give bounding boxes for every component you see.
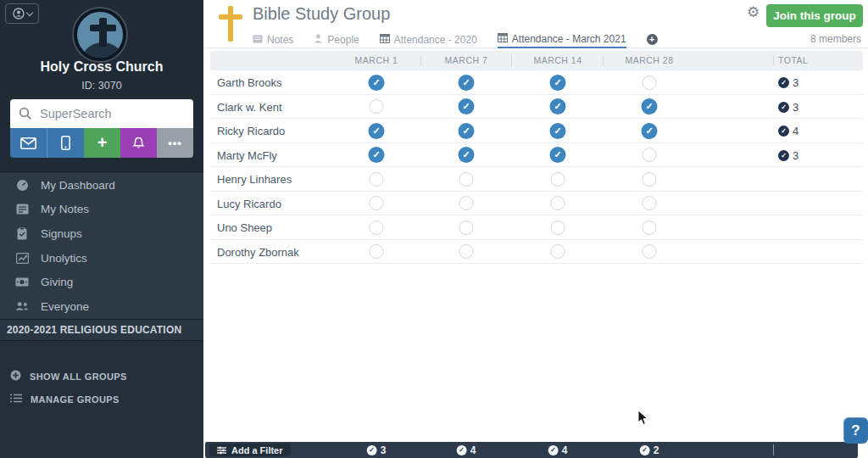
attendance-checkbox[interactable] <box>459 196 474 210</box>
gauge-icon <box>15 179 29 192</box>
attendance-checkbox[interactable] <box>643 244 657 259</box>
attendance-checkbox[interactable] <box>643 148 657 162</box>
bell-icon[interactable] <box>120 128 157 158</box>
row-total: ✓3 <box>778 101 798 114</box>
table-row-marty-mcfly: Marty McFly✓✓✓✓3 <box>210 143 863 168</box>
mouse-cursor <box>637 410 649 426</box>
sidebar-item-my-notes[interactable]: My Notes <box>0 198 203 222</box>
column-header-march-7: MARCH 7 <box>445 55 488 65</box>
ellipsis-icon[interactable]: ••• <box>157 128 193 158</box>
table-row-garth-brooks: Garth Brooks✓✓✓✓3 <box>210 70 863 95</box>
member-name: Henry Linhares <box>217 173 292 186</box>
add-tab-icon[interactable]: + <box>647 34 658 45</box>
check-badge-icon: ✓ <box>778 126 789 137</box>
mobile-icon[interactable] <box>47 128 84 158</box>
attendance-checkbox[interactable]: ✓ <box>642 123 658 139</box>
help-button[interactable]: ? <box>843 417 868 444</box>
attendance-checkbox[interactable] <box>551 244 565 259</box>
attendance-checkbox[interactable] <box>643 75 657 90</box>
attendance-checkbox[interactable] <box>370 221 384 235</box>
tab-attendance-march-2021[interactable]: Attendance - March 2021 <box>498 31 626 48</box>
attendance-checkbox[interactable]: ✓ <box>369 147 385 163</box>
header-column-divider <box>511 55 512 66</box>
sidebar-item-signups[interactable]: Signups <box>0 221 203 246</box>
attendance-checkbox[interactable] <box>459 244 474 259</box>
page-title: Bible Study Group <box>253 4 390 24</box>
attendance-checkbox[interactable] <box>459 172 474 187</box>
attendance-checkbox[interactable]: ✓ <box>369 123 385 139</box>
sidebar: Holy Cross Church ID: 3070 + ••• My Dash… <box>0 0 203 458</box>
attendance-checkbox[interactable]: ✓ <box>459 123 475 139</box>
search-input[interactable] <box>40 107 175 120</box>
row-total: ✓4 <box>778 125 798 137</box>
check-badge-icon: ✓ <box>778 150 789 161</box>
row-total-value: 3 <box>793 101 798 114</box>
tab-notes[interactable]: Notes <box>253 31 293 48</box>
attendance-checkbox[interactable]: ✓ <box>459 147 475 163</box>
attendance-checkbox[interactable]: ✓ <box>459 75 475 91</box>
attendance-checkbox[interactable]: ✓ <box>550 147 566 163</box>
user-account-button[interactable] <box>5 3 39 24</box>
supersearch-box[interactable] <box>10 99 193 128</box>
attendance-checkbox[interactable]: ✓ <box>369 75 385 91</box>
sidebar-header: Holy Cross Church ID: 3070 + ••• <box>0 0 203 172</box>
attendance-checkbox[interactable] <box>551 221 565 235</box>
row-total: ✓3 <box>778 76 798 89</box>
row-total: ✓3 <box>778 149 798 162</box>
gear-icon[interactable]: ⚙ <box>747 5 760 20</box>
envelope-icon[interactable] <box>10 128 47 158</box>
tab-label: Attendance - March 2021 <box>512 33 626 45</box>
tab-attendance-2020[interactable]: Attendance - 2020 <box>380 31 477 48</box>
clipboard-icon <box>15 227 29 240</box>
attendance-checkbox[interactable] <box>370 244 384 259</box>
table-row-ricky-ricardo: Ricky Ricardo✓✓✓✓✓4 <box>210 119 863 143</box>
sidebar-menu: My DashboardMy NotesSignupsUnolyticsGivi… <box>0 173 203 319</box>
attendance-checkbox[interactable]: ✓ <box>550 98 566 114</box>
sidebar-item-everyone[interactable]: Everyone <box>0 294 203 319</box>
attendance-checkbox[interactable]: ✓ <box>550 123 566 139</box>
table-row-uno-sheep: Uno Sheep <box>210 215 863 240</box>
sidebar-item-unolytics[interactable]: Unolytics <box>0 246 203 271</box>
attendance-checkbox[interactable] <box>643 196 657 210</box>
attendance-checkbox[interactable]: ✓ <box>550 75 566 91</box>
footer-total-value: 3 <box>381 444 387 456</box>
sidebar-action-show-all-groups[interactable]: SHOW ALL GROUPS <box>0 365 203 388</box>
sidebar-item-giving[interactable]: Giving <box>0 270 203 294</box>
attendance-checkbox[interactable] <box>551 172 565 187</box>
tab-label: Notes <box>267 34 293 46</box>
add-filter-button[interactable]: Add a Filter <box>209 444 291 456</box>
join-group-button[interactable]: Join this group <box>766 4 863 27</box>
check-badge-icon: ✓ <box>367 445 377 455</box>
footer-total-value: 4 <box>562 444 568 456</box>
attendance-checkbox[interactable] <box>643 221 657 235</box>
sidebar-item-my-dashboard[interactable]: My Dashboard <box>0 173 203 198</box>
notes-icon <box>15 204 29 215</box>
group-header: Bible Study Group ⚙ Join this group 8 me… <box>203 0 868 48</box>
plus-circle-icon <box>10 370 21 383</box>
attendance-checkbox[interactable] <box>643 172 657 187</box>
check-badge-icon: ✓ <box>778 102 789 113</box>
attendance-checkbox[interactable]: ✓ <box>459 98 475 114</box>
attendance-checkbox[interactable] <box>370 172 384 187</box>
check-badge-icon: ✓ <box>778 77 789 88</box>
users-icon <box>15 301 29 311</box>
table-header-row: MARCH 1MARCH 7MARCH 14MARCH 28TOTAL <box>210 51 863 70</box>
attendance-checkbox[interactable] <box>370 99 384 114</box>
attendance-checkbox[interactable] <box>370 196 384 210</box>
footer-divider <box>773 444 774 455</box>
church-logo <box>74 8 126 61</box>
sidebar-item-label: My Dashboard <box>41 179 115 192</box>
header-column-divider <box>420 55 421 66</box>
filter-sliders-icon <box>217 446 226 455</box>
footer-total-value: 2 <box>654 444 659 456</box>
add-filter-label: Add a Filter <box>231 445 283 455</box>
attendance-checkbox[interactable] <box>459 221 474 235</box>
church-id: ID: 3070 <box>0 80 203 92</box>
tab-people[interactable]: People <box>314 31 359 48</box>
sidebar-action-manage-groups[interactable]: MANAGE GROUPS <box>0 388 203 411</box>
attendance-checkbox[interactable]: ✓ <box>642 98 658 114</box>
column-header-march-1: MARCH 1 <box>355 55 398 65</box>
plus-icon[interactable]: + <box>84 128 120 158</box>
attendance-checkbox[interactable] <box>551 196 565 210</box>
row-total-value: 4 <box>793 125 798 137</box>
